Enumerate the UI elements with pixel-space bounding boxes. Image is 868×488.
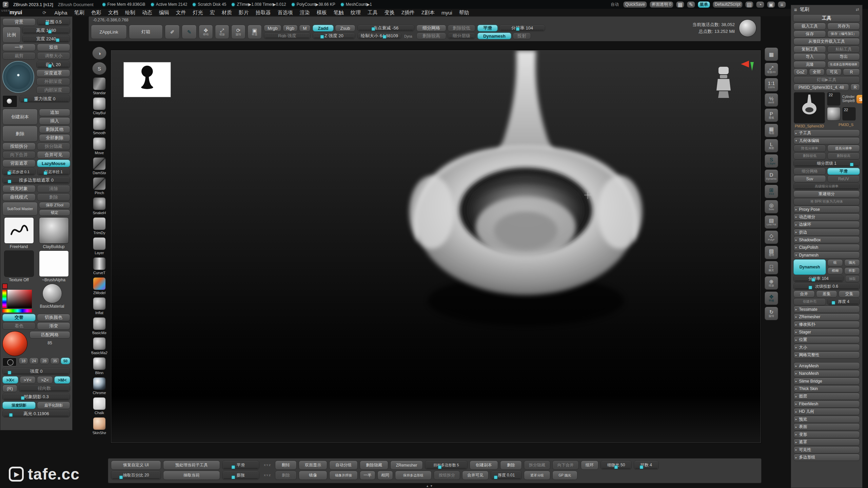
del-higher-button[interactable]: 删除较高 — [827, 152, 860, 160]
m-button[interactable]: M — [299, 25, 311, 32]
material-skinshade[interactable]: SkinSha — [93, 417, 106, 435]
menu-item[interactable]: 模板 — [313, 9, 330, 16]
lock-button[interactable]: 锁定 — [39, 209, 70, 216]
current-brush-selector[interactable]: ClayBuildup — [37, 217, 70, 249]
menu-item[interactable]: 文件 — [173, 9, 190, 16]
alt-color-toggle[interactable]: 交替 — [2, 314, 36, 321]
resize-button[interactable]: 调整大小 — [37, 52, 70, 60]
tool-slot-thumbnail[interactable]: 22 — [842, 107, 856, 121]
zadd-toggle[interactable]: Zadd — [313, 25, 334, 32]
perspective-icon[interactable]: P透视 — [765, 108, 778, 122]
brush-trimdynamic[interactable]: TrimDy — [93, 217, 106, 235]
backface-mask-button[interactable]: 背面遮罩 — [2, 160, 36, 167]
active-tool-thumbnail[interactable]: PM3D_Sphere3D — [794, 92, 825, 128]
menu-item[interactable]: 宏 — [206, 9, 218, 16]
brush-curvetube[interactable]: CurveT — [93, 257, 106, 275]
goz-button[interactable]: GoZ — [793, 68, 808, 76]
highlight-slider[interactable]: 高光 0.11906 — [2, 410, 70, 418]
radial-symmetry-button[interactable]: (R) — [2, 385, 17, 392]
inner-depth-button[interactable]: 内部深度 — [36, 86, 70, 94]
sculpt-model[interactable] — [111, 50, 761, 443]
menu-item[interactable]: 笔触 — [330, 9, 347, 16]
height-slider[interactable]: 高度 1680 — [22, 27, 70, 34]
symmetry-x-button[interactable]: >X< — [2, 376, 18, 384]
sdiv-slider[interactable]: 细分层级 1 — [793, 160, 860, 167]
hd-geometry-section[interactable]: HD 几何 — [793, 408, 860, 415]
edit-mode-icon[interactable]: ✎ — [182, 25, 197, 39]
double-sided-button[interactable]: 双面显示 — [299, 461, 327, 470]
subtool-section[interactable]: 子工具 — [793, 129, 860, 137]
match-mesh-button[interactable]: 匹配网格 — [29, 331, 70, 339]
smooth-toggle[interactable]: 平滑 — [477, 25, 498, 32]
proxy-pose-section[interactable]: Proxy Pose — [793, 206, 860, 213]
tray-icon[interactable]: ▤ — [745, 1, 753, 8]
create-shell-button[interactable]: 创建外壳 — [793, 298, 826, 305]
focal-18-button[interactable]: 18 — [19, 358, 28, 364]
menu-item[interactable]: 动态 — [139, 9, 156, 16]
menu-item[interactable]: 文档 — [105, 9, 122, 16]
suv-button[interactable]: Suv — [793, 175, 826, 182]
del-lower-button[interactable]: 删除较低 — [793, 152, 826, 160]
dynamesh-button[interactable]: Dynamesh — [477, 33, 511, 39]
copy-tool-button[interactable]: 复制工具 — [793, 46, 826, 53]
brush-damstandard[interactable]: DamSta — [93, 157, 106, 175]
frame-icon[interactable]: ▣ — [767, 1, 775, 8]
menu-item[interactable]: 纹理 — [347, 9, 364, 16]
brush-standard[interactable]: Standar — [93, 77, 106, 95]
goz-visible-button[interactable]: 可见 — [826, 68, 842, 76]
sculptris-pro-icon[interactable]: S — [92, 62, 106, 75]
smt-toggle[interactable]: 平滑 — [827, 168, 860, 175]
resolution-slider[interactable]: 分辨率 104 — [499, 25, 545, 32]
lazy-radius-slider[interactable]: 延迟半径 1 — [37, 168, 70, 176]
alpha-selector[interactable]: ~BrushAlpha — [37, 250, 70, 282]
load-tool-button[interactable]: 载入工具 — [793, 23, 826, 30]
brush-inflat[interactable]: Inflat — [93, 297, 106, 315]
half-button[interactable]: 一半 — [2, 44, 36, 51]
brush-claybuildup[interactable]: ClayBui — [93, 97, 106, 115]
dynamesh-section[interactable]: Dynamesh — [793, 251, 860, 259]
sdiv-level-slider[interactable]: 细分层级 — [448, 33, 475, 39]
local-symmetry-icon[interactable]: L局部 — [765, 139, 778, 152]
delete-disabled-button[interactable]: 删除 — [275, 471, 297, 480]
xyz-icon[interactable]: ⊞XYZ — [765, 185, 778, 198]
intensity-slider[interactable]: 强度 0 — [2, 368, 70, 375]
stager-section[interactable]: Stager — [793, 329, 860, 336]
nanomesh-section[interactable]: NanoMesh — [793, 370, 860, 377]
menu-item[interactable]: 工具 — [364, 9, 381, 16]
focal-50-button[interactable]: 50 — [61, 358, 70, 364]
higher-res-button[interactable]: 提高分辨率 — [827, 145, 860, 152]
decimate-current-button[interactable]: 抽取当前 — [163, 471, 220, 480]
inflate-slider[interactable]: 膨胀 — [222, 471, 259, 480]
gradient-button[interactable]: 渐变 — [37, 322, 70, 330]
import-button[interactable]: 导入 — [793, 53, 826, 60]
mirror-button[interactable]: 镜像 — [299, 471, 327, 480]
modify-topology-section[interactable]: 修改拓扑 — [793, 321, 860, 328]
symmetry-z-button[interactable]: >Z< — [37, 376, 53, 384]
thick-skin-section[interactable]: Thick Skin — [793, 385, 860, 392]
flatten-shadow-button[interactable]: 扁平化阴影 — [37, 402, 70, 409]
geometry-section[interactable]: 几何体编辑 — [793, 137, 860, 144]
append-button[interactable]: 追加 — [39, 109, 70, 116]
document-icon[interactable]: ▦ — [765, 47, 778, 61]
grid-icon[interactable]: ▦ — [676, 1, 684, 8]
document-canvas[interactable] — [111, 50, 761, 443]
dynamesh-button[interactable]: Dynamesh — [793, 259, 826, 275]
polyframe-icon[interactable]: ◇PolyF — [765, 230, 778, 244]
floor-grid-icon[interactable]: ▦地面 — [765, 124, 778, 137]
delete-other-button[interactable]: 删除其他 — [39, 126, 70, 133]
preview-section[interactable]: 预览 — [793, 416, 860, 423]
edgeloop-section[interactable]: 边缘环 — [793, 221, 860, 228]
curve-delete-button[interactable]: 删除 — [37, 194, 70, 201]
paste-tool-button[interactable]: 粘贴工具 — [827, 46, 860, 53]
shadowbox-section[interactable]: ShadowBox — [793, 236, 860, 243]
delete-higher-button[interactable]: 删除较高 — [416, 33, 446, 39]
focal-shift-slider[interactable]: 焦点衰减 -56 — [357, 25, 414, 32]
micro-polish-slider[interactable]: 细微光 50 — [600, 461, 632, 470]
size-section[interactable]: 大小 — [793, 344, 860, 351]
adv-subdiv-slider[interactable]: 高级细分分辨率 — [793, 183, 860, 190]
mrgb-button[interactable]: Mrgb — [264, 25, 281, 32]
red-material-sphere[interactable] — [2, 331, 27, 356]
interface-transparency-button[interactable]: 界面透明 0 — [650, 1, 673, 8]
mirror-and-weld-button[interactable]: 镜像并焊接 — [329, 471, 358, 480]
material-basic[interactable]: BasicMa — [92, 317, 106, 335]
